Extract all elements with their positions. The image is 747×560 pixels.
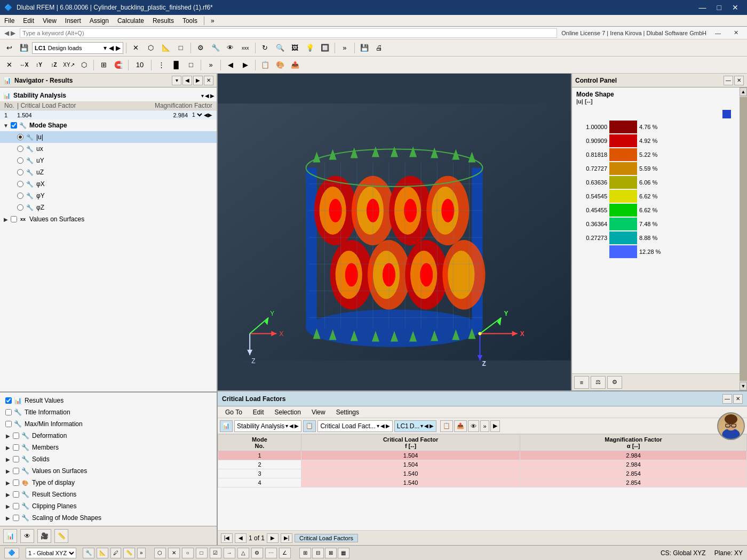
bp-menu-selection[interactable]: Selection (269, 407, 306, 417)
tod-checkbox[interactable] (13, 479, 19, 486)
cp2-checkbox[interactable] (13, 503, 19, 509)
nf-btn4[interactable]: 📏 (54, 529, 68, 543)
lc-prev-btn[interactable]: ◀ (109, 44, 114, 52)
menu-insert[interactable]: Insert (61, 16, 85, 26)
tb2-y-btn[interactable]: ↕Y (32, 59, 46, 71)
tb-save-btn[interactable]: 💾 (357, 42, 371, 54)
tb-light-btn[interactable]: 💡 (303, 42, 317, 54)
sb-shape-btn[interactable]: ⬡ (154, 548, 166, 558)
tb2-cursor-btn[interactable]: ✕ (2, 59, 16, 71)
clf-r1-next[interactable]: ▶ (208, 112, 212, 118)
cp-scroll-down[interactable]: ▼ (740, 382, 747, 390)
tb2-wire-btn[interactable]: □ (184, 59, 198, 71)
tb-node-btn[interactable]: ⬡ (144, 42, 158, 54)
nb-vos[interactable]: ▶ 🔧 Values on Surfaces (0, 465, 217, 477)
bp-clf-dropdown[interactable]: ▾ (377, 423, 379, 429)
minimize-button[interactable]: — (695, 2, 711, 13)
sb-dotdot-btn[interactable]: ⋯ (265, 548, 277, 558)
tb2-num-btn[interactable]: 10 (131, 59, 148, 71)
sb-check-btn[interactable]: ☑ (210, 548, 221, 558)
bp-menu-settings[interactable]: Settings (331, 407, 364, 417)
bp-sa-next[interactable]: ▶ (295, 423, 299, 429)
bf-last-btn[interactable]: ▶| (281, 533, 292, 543)
tb-surface-btn[interactable]: □ (174, 42, 188, 54)
bf-prev-btn[interactable]: ◀ (235, 533, 247, 543)
bp-menu-goto[interactable]: Go To (220, 407, 248, 417)
table-row[interactable]: 3 1.540 2.854 (218, 469, 747, 478)
menu-calculate[interactable]: Calculate (113, 16, 148, 26)
tb2-display-btn[interactable]: 📋 (258, 59, 272, 71)
clf-r1-prev[interactable]: ◀ (204, 112, 208, 118)
bp-tb-more[interactable]: » (480, 420, 489, 432)
bf-next-btn[interactable]: ▶ (267, 533, 279, 543)
bp-close-btn[interactable]: ✕ (733, 394, 743, 404)
table-row[interactable]: 4 1.540 2.854 (218, 478, 747, 487)
sb-btn3[interactable]: 🖊 (110, 548, 121, 558)
cp-scroll-thumb[interactable] (740, 97, 747, 381)
tb-render-btn[interactable]: 🖼 (288, 42, 302, 54)
lc-next-btn[interactable]: ▶ (116, 44, 121, 52)
nb-scaling[interactable]: ▶ 🔧 Scaling of Mode Shapes (0, 512, 217, 524)
bp-clf-prev[interactable]: ◀ (380, 423, 385, 429)
bp-lc-next[interactable]: ▶ (430, 423, 434, 429)
bp-tb-action3[interactable]: 👁 (468, 420, 479, 432)
mode-phiy-item[interactable]: 🔧 φY (0, 190, 217, 202)
tb-display1-btn[interactable]: ⚙ (194, 42, 208, 54)
bp-sa-dropdown[interactable]: ▾ (285, 423, 288, 429)
nb-deformation[interactable]: ▶ 🔧 Deformation (0, 430, 217, 442)
sb-btn1[interactable]: 🔧 (83, 548, 94, 558)
search-input[interactable] (20, 28, 557, 38)
tb-back-btn[interactable]: ↩ (2, 42, 16, 54)
menu-edit[interactable]: Edit (19, 16, 38, 26)
rs-checkbox[interactable] (13, 491, 19, 498)
sb-more[interactable]: » (137, 548, 146, 558)
menu-assign[interactable]: Assign (85, 16, 113, 26)
mode-ux-item[interactable]: 🔧 ux (0, 143, 217, 155)
sb-btn4[interactable]: 📏 (123, 548, 135, 558)
bp-tb-right-arrow[interactable]: ▶ (490, 420, 500, 432)
menu-tools[interactable]: Tools (178, 16, 202, 26)
bp-clf-next[interactable]: ▶ (386, 423, 390, 429)
menu-view[interactable]: View (38, 16, 61, 26)
tb2-mesh-btn[interactable]: ⋮ (154, 59, 168, 71)
bp-menu-edit[interactable]: Edit (248, 407, 269, 417)
cp-minimize-btn[interactable]: — (724, 76, 733, 85)
tb-zoom-btn[interactable]: 🔍 (273, 42, 287, 54)
tb2-xy-btn[interactable]: XY↗ (62, 59, 76, 71)
nav-next-btn[interactable]: ▶ (193, 76, 203, 85)
sb-grid1[interactable]: ⊞ (299, 548, 311, 558)
sb-grid3[interactable]: ⊠ (325, 548, 337, 558)
bp-tb-action2[interactable]: 📤 (454, 420, 467, 432)
vos-checkbox[interactable] (11, 216, 17, 222)
maximize-button[interactable]: □ (713, 2, 726, 13)
lc-dropdown-btn[interactable]: ▾ (104, 44, 107, 52)
cp-close-btn[interactable]: ✕ (734, 76, 744, 85)
tb2-more1-btn[interactable]: » (204, 59, 218, 71)
tb-cursor-btn[interactable]: ✕ (129, 42, 143, 54)
nf-btn1[interactable]: 📊 (3, 529, 17, 543)
nb-clipping-planes[interactable]: ▶ 🔧 Clipping Planes (0, 500, 217, 512)
sa-next-btn[interactable]: ▶ (210, 93, 214, 99)
table-row[interactable]: 2 1.504 2.984 (218, 460, 747, 469)
tb2-grid-btn[interactable]: ⊞ (97, 59, 110, 71)
nav-prev-btn[interactable]: ◀ (182, 76, 192, 85)
nb-result-values[interactable]: 📊 Result Values (0, 395, 217, 406)
clf-row-1[interactable]: 1 1.504 2.984 1 2 ◀ ▶ (0, 110, 217, 119)
tb-xxx1-btn[interactable]: xxx (239, 42, 252, 54)
menu-results[interactable]: Results (148, 16, 178, 26)
mem-checkbox[interactable] (13, 444, 19, 451)
nb-maxmin-info[interactable]: 🔧 Max/Min Information (0, 418, 217, 430)
vos2-checkbox[interactable] (13, 468, 19, 474)
bp-lc-dropdown[interactable]: ▾ (420, 423, 423, 429)
sb-grid4[interactable]: ▦ (338, 548, 349, 558)
mode-phix-item[interactable]: 🔧 φX (0, 178, 217, 190)
bf-first-btn[interactable]: |◀ (221, 533, 233, 543)
mode-uz-item[interactable]: 🔧 uZ (0, 166, 217, 178)
tb-3d-btn[interactable]: 🔲 (318, 42, 332, 54)
mode-uy-item[interactable]: 🔧 uY (0, 155, 217, 166)
bp-tb-action1[interactable]: 📋 (440, 420, 453, 432)
sb-btn2[interactable]: 📐 (97, 548, 108, 558)
sb-tri-btn[interactable]: △ (237, 548, 249, 558)
tb-rotate-btn[interactable]: ↻ (258, 42, 272, 54)
nb-title-info[interactable]: 🔧 Title Information (0, 406, 217, 418)
